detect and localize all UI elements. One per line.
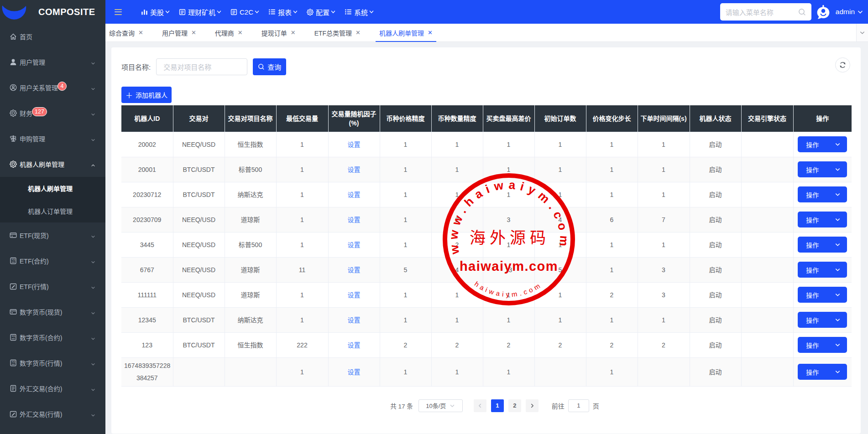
svg-text:SQL: SQL — [11, 361, 16, 363]
svg-text:haiwaiym.com: haiwaiym.com — [460, 259, 558, 274]
svg-text:SQL: SQL — [11, 335, 16, 337]
svg-text:海外源码: 海外源码 — [470, 229, 550, 247]
svg-text:SQL: SQL — [11, 258, 16, 261]
svg-text:haiwaiym.com: haiwaiym.com — [473, 280, 544, 298]
